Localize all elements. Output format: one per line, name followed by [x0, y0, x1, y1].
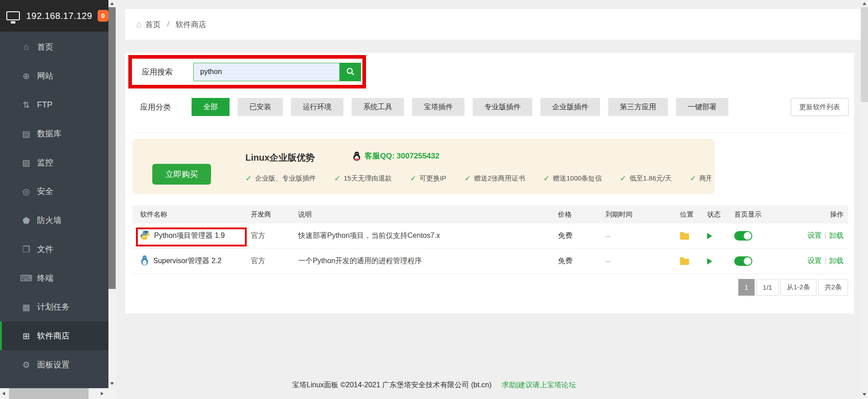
scroll-down-arrow-icon[interactable] — [861, 391, 868, 398]
sidebar-item-monitor[interactable]: ▨监控 — [0, 148, 108, 177]
description-cell: 快速部署Python项目，当前仅支持Centos7.x — [298, 231, 558, 241]
category-label: 应用分类 — [140, 102, 171, 112]
sidebar-item-label: 安全 — [37, 186, 53, 197]
home-show-cell — [734, 256, 791, 266]
scroll-left-arrow-icon[interactable] — [0, 390, 7, 397]
scroll-up-arrow-icon[interactable] — [861, 0, 868, 7]
sidebar-menu: ⌂首页⊕网站⇅FTP▤数据库▨监控◎安全⬟防火墙❐文件⌨终端▦计划任务⊞软件商店… — [0, 32, 108, 399]
sidebar-vertical-scrollbar[interactable] — [108, 0, 116, 399]
breadcrumb-home[interactable]: 首页 — [145, 19, 161, 30]
category-tab-5[interactable]: 专业版插件 — [473, 98, 532, 116]
sidebar-item-database[interactable]: ▤数据库 — [0, 119, 108, 148]
breadcrumb: ⌂ 首页 / 软件商店 — [125, 9, 861, 40]
software-name[interactable]: Python项目管理器 1.9 — [154, 231, 225, 241]
banner-feature: ✓商用防火墙授权 — [690, 174, 711, 183]
scroll-down-arrow-icon[interactable] — [108, 380, 116, 387]
category-tab-2[interactable]: 运行环境 — [291, 98, 343, 116]
sidebar-item-files[interactable]: ❐文件 — [0, 235, 108, 264]
update-software-list-button[interactable]: 更新软件列表 — [791, 98, 849, 116]
sidebar-item-label: 数据库 — [37, 128, 61, 139]
banner-feature: ✓赠送2张商用证书 — [464, 174, 525, 183]
category-tab-0[interactable]: 全部 — [192, 98, 230, 116]
pagination-page-1[interactable]: 1 — [738, 279, 755, 296]
table-body: Python项目管理器 1.9官方快速部署Python项目，当前仅支持Cento… — [132, 223, 848, 274]
check-icon: ✓ — [464, 174, 471, 183]
banner-title: Linux企业版优势 — [245, 152, 314, 164]
category-tab-8[interactable]: 一键部署 — [676, 98, 728, 116]
category-tab-4[interactable]: 宝塔插件 — [412, 98, 464, 116]
footer-forum-link[interactable]: 求助|建议请上宝塔论坛 — [502, 381, 576, 389]
database-icon: ▤ — [20, 129, 33, 139]
sidebar-item-site[interactable]: ⊕网站 — [0, 61, 108, 90]
status-cell — [707, 233, 734, 239]
table-header-cell: 开发商 — [251, 210, 298, 219]
sidebar-item-store[interactable]: ⊞软件商店 — [0, 321, 108, 350]
scroll-up-arrow-icon[interactable] — [108, 0, 116, 7]
sidebar: 192.168.17.129 0 ⌂首页⊕网站⇅FTP▤数据库▨监控◎安全⬟防火… — [0, 0, 108, 399]
sidebar-item-panel[interactable]: ⚙面板设置 — [0, 350, 108, 379]
sidebar-item-home[interactable]: ⌂首页 — [0, 32, 108, 61]
vertical-scrollbar-thumb[interactable] — [108, 7, 116, 289]
actions-cell: 设置|卸载 — [791, 231, 848, 241]
folder-icon[interactable] — [680, 259, 689, 265]
toggle-knob — [744, 257, 751, 265]
search-button[interactable] — [340, 63, 361, 81]
qq-text: 客服QQ: 3007255432 — [365, 151, 439, 161]
banner-feature-text: 商用防火墙授权 — [699, 174, 711, 183]
banner-feature-text: 赠送2张商用证书 — [474, 174, 525, 183]
sidebar-item-security[interactable]: ◎安全 — [0, 177, 108, 206]
cron-icon: ▦ — [20, 302, 33, 312]
sidebar-item-ftp[interactable]: ⇅FTP — [0, 90, 108, 119]
home-show-toggle[interactable] — [734, 231, 752, 241]
location-cell — [680, 232, 707, 240]
running-status-icon[interactable] — [707, 258, 712, 264]
settings-link[interactable]: 设置 — [807, 232, 822, 239]
expire-cell: -- — [605, 232, 680, 240]
horizontal-scrollbar-thumb[interactable] — [9, 388, 89, 399]
page-vertical-scrollbar[interactable] — [861, 0, 868, 399]
store-icon: ⊞ — [20, 331, 33, 341]
uninstall-link[interactable]: 卸载 — [829, 232, 844, 239]
software-name-cell: Supervisor管理器 2.2 — [140, 255, 251, 268]
check-icon: ✓ — [690, 174, 696, 183]
sidebar-item-cron[interactable]: ▦计划任务 — [0, 292, 108, 321]
category-row: 应用分类 全部已安装运行环境系统工具宝塔插件专业版插件企业版插件第三方应用一键部… — [125, 98, 854, 116]
table-header-cell: 操作 — [791, 210, 848, 219]
uninstall-link[interactable]: 卸载 — [829, 257, 844, 264]
table-header-cell: 价格 — [558, 210, 605, 219]
software-store-panel: 应用搜索 应用分类 全部已安装运行环境系统工具宝塔插件专业版插件企业版插件第三方… — [125, 53, 854, 314]
home-show-toggle[interactable] — [734, 256, 752, 266]
folder-icon[interactable] — [680, 233, 689, 240]
server-host: 192.168.17.129 — [26, 11, 92, 21]
software-name[interactable]: Supervisor管理器 2.2 — [153, 256, 221, 266]
panel-icon: ⚙ — [20, 360, 33, 370]
banner-qq: 客服QQ: 3007255432 — [352, 151, 439, 161]
search-label: 应用搜索 — [142, 67, 173, 77]
page-scrollbar-thumb[interactable] — [861, 7, 868, 102]
category-tab-6[interactable]: 企业版插件 — [540, 98, 600, 116]
category-tab-1[interactable]: 已安装 — [238, 98, 283, 116]
footer-copyright: 宝塔Linux面板 ©2014-2021 广东堡塔安全技术有限公司 (bt.cn… — [292, 381, 492, 389]
actions-cell: 设置|卸载 — [791, 256, 848, 266]
sidebar-item-terminal[interactable]: ⌨终端 — [0, 264, 108, 292]
buy-now-button[interactable]: 立即购买 — [152, 164, 211, 185]
developer-cell: 官方 — [251, 256, 298, 266]
home-icon: ⌂ — [136, 19, 142, 30]
search-input[interactable] — [193, 63, 340, 81]
category-tabs: 全部已安装运行环境系统工具宝塔插件专业版插件企业版插件第三方应用一键部署 — [192, 98, 737, 116]
banner-feature: ✓15天无理由退款 — [334, 174, 392, 183]
sidebar-item-firewall[interactable]: ⬟防火墙 — [0, 206, 108, 235]
settings-link[interactable]: 设置 — [807, 257, 822, 264]
banner-feature-text: 可更换IP — [419, 174, 446, 183]
divider — [132, 132, 847, 133]
app-search-row: 应用搜索 — [130, 57, 364, 87]
sidebar-horizontal-scrollbar[interactable] — [0, 388, 108, 399]
sidebar-item-label: FTP — [37, 100, 52, 110]
running-status-icon[interactable] — [707, 233, 712, 239]
breadcrumb-separator: / — [167, 20, 169, 29]
category-tab-3[interactable]: 系统工具 — [352, 98, 404, 116]
message-count-badge[interactable]: 0 — [98, 10, 108, 22]
site-icon: ⊕ — [20, 71, 33, 81]
category-tab-7[interactable]: 第三方应用 — [608, 98, 668, 116]
scroll-right-arrow-icon[interactable] — [99, 390, 106, 397]
